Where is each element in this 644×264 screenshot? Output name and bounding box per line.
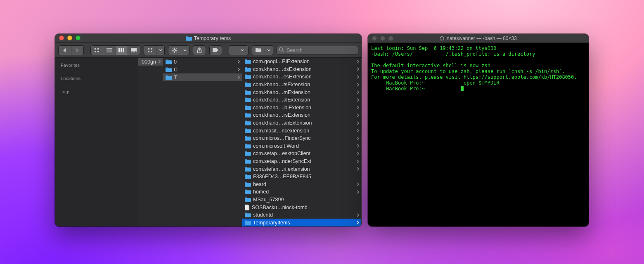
finder-titlebar[interactable]: TemporaryItems — [55, 34, 362, 43]
svg-rect-32 — [256, 48, 258, 49]
svg-line-29 — [173, 51, 173, 52]
column-item[interactable]: com.setap…esktopClient — [242, 150, 361, 158]
finder-toolbar — [55, 43, 362, 58]
column-item[interactable]: T — [163, 73, 242, 81]
item-label: MSau_57899 — [253, 197, 360, 203]
column-item[interactable]: 000gn — [138, 58, 163, 66]
zoom-button[interactable] — [76, 35, 80, 40]
path-button[interactable] — [229, 46, 248, 55]
svg-rect-72 — [245, 175, 251, 179]
chevron-right-icon — [357, 67, 360, 71]
gear-icon — [172, 47, 178, 53]
folder-icon — [245, 159, 251, 164]
action-menu-button[interactable] — [181, 46, 189, 55]
minimize-button[interactable] — [67, 35, 72, 40]
column-item[interactable]: heard — [242, 181, 361, 189]
column-browser: 000gn 0CT com.googl…PIExtensioncom.khano… — [138, 58, 362, 226]
column-item[interactable]: com.khano…esExtension — [242, 73, 361, 81]
terminal-titlebar[interactable]: nateswanner — -bash — 80×33 — [368, 34, 589, 43]
back-button[interactable] — [59, 46, 71, 55]
svg-rect-48 — [245, 83, 251, 87]
view-icon-button[interactable] — [91, 46, 103, 55]
column-0[interactable]: 000gn — [138, 58, 163, 226]
sidebar-heading-favorites[interactable]: Favorites — [55, 61, 138, 70]
share-button[interactable] — [193, 46, 206, 55]
column-item[interactable]: com.setap…nderSyncExt — [242, 158, 361, 165]
path-folder-menu[interactable] — [265, 46, 273, 55]
search-icon — [279, 47, 284, 53]
view-list-button[interactable] — [103, 46, 115, 55]
view-gallery-button[interactable] — [128, 46, 140, 55]
item-label: com.khano…esExtension — [253, 74, 355, 80]
chevron-right-icon — [357, 144, 360, 148]
svg-line-26 — [173, 48, 173, 49]
column-item[interactable]: TemporaryItems — [242, 219, 361, 226]
group-button[interactable] — [144, 46, 156, 55]
svg-rect-13 — [131, 52, 132, 53]
svg-rect-14 — [133, 52, 134, 53]
minimize-button[interactable] — [380, 36, 385, 41]
svg-line-34 — [282, 51, 284, 52]
action-button[interactable] — [168, 46, 181, 55]
terminal-body[interactable]: Last login: Sun Sep 6 19:43:22 on ttys00… — [368, 43, 589, 94]
column-item[interactable]: com.khano…ariExtension — [242, 119, 361, 127]
folder-icon — [245, 220, 251, 225]
item-label: com.macit…ncextension — [253, 128, 355, 134]
column-item[interactable]: studentd — [242, 211, 361, 219]
svg-rect-31 — [256, 49, 261, 52]
column-item[interactable]: homed — [242, 188, 361, 196]
column-item[interactable]: com.khano…alExtension — [242, 96, 361, 104]
column-item[interactable]: com.micros…FinderSync — [242, 134, 361, 142]
column-item[interactable]: F336ED43…EE9BAF845 — [242, 173, 361, 181]
view-column-button[interactable] — [115, 46, 128, 55]
path-folder-button[interactable] — [252, 46, 265, 55]
path-segment-2 — [252, 45, 273, 55]
folder-icon — [166, 67, 172, 72]
column-item[interactable]: com.stefan…ri.extension — [242, 165, 361, 173]
column-item[interactable]: com.khano…tsExtension — [242, 81, 361, 89]
group-menu-button[interactable] — [156, 46, 164, 55]
item-label: com.khano…dsExtension — [253, 66, 355, 72]
column-2[interactable]: com.googl…PIExtensioncom.khano…dsExtensi… — [242, 58, 362, 226]
svg-rect-16 — [136, 52, 137, 53]
column-1[interactable]: 0CT — [163, 58, 242, 226]
column-item[interactable]: com.khano…ialExtension — [242, 104, 361, 112]
column-item[interactable]: com.googl…PIExtension — [242, 58, 361, 66]
chevron-right-icon — [357, 129, 360, 132]
sidebar-heading-locations[interactable]: Locations — [55, 74, 138, 83]
column-item[interactable]: com.khano…dsExtension — [242, 66, 361, 73]
column-item[interactable]: SOSBacku…nlock-tomb — [242, 203, 361, 211]
view-mode-segment — [90, 45, 140, 55]
sidebar-heading-tags[interactable]: Tags — [55, 87, 138, 97]
column-item[interactable]: C — [163, 66, 242, 73]
close-button[interactable] — [59, 35, 64, 40]
forward-button[interactable] — [71, 46, 83, 55]
folder-icon — [245, 174, 251, 179]
svg-rect-11 — [123, 48, 124, 52]
folder-icon — [245, 197, 251, 202]
chevron-right-icon — [357, 190, 360, 194]
item-label: studentd — [253, 212, 355, 218]
chevron-right-icon — [357, 75, 360, 79]
svg-rect-38 — [166, 68, 172, 72]
folder-icon — [245, 144, 251, 148]
zoom-button[interactable] — [388, 36, 393, 41]
column-item[interactable]: 0 — [163, 58, 242, 66]
tags-button[interactable] — [210, 46, 222, 55]
item-label: com.microsoft.Word — [253, 143, 355, 149]
search-input[interactable] — [277, 46, 358, 55]
close-button[interactable] — [372, 36, 377, 41]
cursor — [461, 86, 464, 91]
folder-icon — [245, 167, 251, 172]
column-item[interactable]: com.khano…mExtension — [242, 88, 361, 96]
chevron-right-icon — [357, 83, 360, 87]
folder-icon — [245, 82, 251, 87]
column-item[interactable]: com.khano…rsExtension — [242, 111, 361, 119]
column-item[interactable]: com.macit…ncextension — [242, 127, 361, 134]
column-item[interactable]: com.microsoft.Word — [242, 142, 361, 150]
column-item[interactable]: MSau_57899 — [242, 196, 361, 204]
svg-rect-78 — [245, 198, 251, 202]
item-label: F336ED43…EE9BAF845 — [253, 174, 360, 179]
svg-rect-6 — [107, 48, 112, 49]
svg-rect-20 — [151, 51, 152, 52]
